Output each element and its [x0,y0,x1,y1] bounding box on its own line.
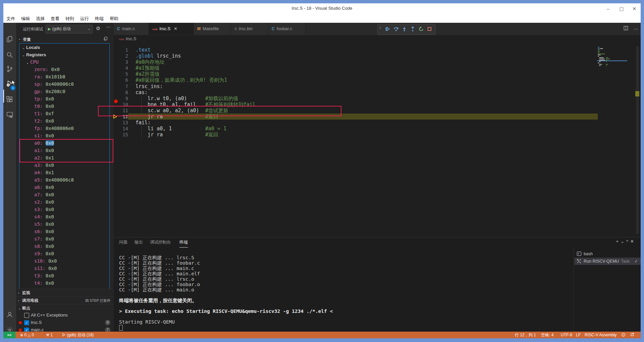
register-row[interactable]: zero: 0x0 [19,66,109,73]
breakpoint-icon[interactable] [114,99,118,103]
breakpoint-checkbox[interactable] [24,313,29,318]
tab-foobar.c[interactable]: Cfoobar.c [268,23,306,35]
chevron-down-icon[interactable]: ⌄ [621,239,626,244]
register-row[interactable]: a6: 0x0 [19,184,109,191]
encoding-status[interactable]: UTF-8 [561,332,572,338]
register-row[interactable]: s8: 0x0 [19,243,109,250]
register-row[interactable]: t2: 0x0 [19,117,109,125]
code-line-15[interactable]: 15 jr ra #返回 [114,132,603,138]
register-row[interactable]: fp: 0x408006e0 [19,125,109,132]
variables-section-header[interactable]: ⌄ 变量 [16,35,114,44]
code-line-13[interactable]: 13fail: [114,120,603,126]
tab-lrsc.S[interactable]: ASMlrsc.S✕ [149,23,194,35]
breakpoint-item[interactable]: ✓lrsc.S9 [16,319,114,326]
register-row[interactable]: s2: 0x0 [19,198,109,206]
register-row[interactable]: s11: 0x0 [19,265,109,272]
more-actions-icon[interactable]: ⋯ [634,26,638,31]
register-row[interactable]: gp: 0x208c0 [19,88,109,95]
collapse-all-icon[interactable] [103,37,108,42]
tree-group-row[interactable]: ⌄Registers [19,51,109,58]
ports-status[interactable]: ⚒ 1 [46,332,53,338]
variables-tree[interactable]: ⌄Locals⌄Registers⌄CPUzero: 0x0ra: 0x101b… [19,44,109,289]
register-row[interactable]: s7: 0x0 [19,235,109,243]
minimize-button[interactable]: – [602,5,614,13]
tab-lrsc.bin[interactable]: ≡lrsc.bin [231,23,268,35]
register-row[interactable]: s5: 0x0 [19,220,109,228]
terminal-output[interactable]: CC -[M] 正在构建 ... lrsc.SCC -[M] 正在构建 ... … [119,255,565,330]
register-row[interactable]: a0: 0x0 [19,139,109,147]
step-into-button[interactable] [400,26,408,33]
code-editor[interactable]: ASMlrsc.S 1.text2.globl lrsc_ins3#a0内存地址… [114,35,641,237]
breakpoint-checkbox[interactable]: ✓ [24,320,29,325]
monitor-icon[interactable] [3,108,16,122]
breakpoints-section-header[interactable]: ⌄断点 [16,304,114,312]
terminal-list-item-Run RISCV-QEMU[interactable]: Run RISCV-QEMUTask✓ [574,258,641,265]
code-lines[interactable]: 1.text2.globl lrsc_ins3#a0内存地址4#a1预期值5#a… [114,47,603,138]
maximize-panel-icon[interactable]: ^ [626,239,630,244]
register-row[interactable]: a3: 0x0 [19,161,109,169]
breadcrumb[interactable]: ASMlrsc.S [119,37,136,41]
register-row[interactable]: t4: 0x0 [19,279,109,287]
register-row[interactable]: t1: 0xf [19,110,109,117]
menu-item-文件[interactable]: 文件 [3,14,18,23]
tree-group-row[interactable]: ⌄Locals [19,44,109,51]
branch-icon[interactable] [3,63,16,76]
code-line-14[interactable]: 14 li a0, 1 #a0 = 1 [114,126,603,132]
close-icon[interactable]: ✕ [174,26,177,31]
minimap[interactable] [597,47,629,74]
start-debug-icon[interactable]: ▶ [48,27,51,31]
register-row[interactable]: s9: 0x0 [19,250,109,257]
register-row[interactable]: a7: 0x0 [19,191,109,198]
stop-button[interactable] [426,26,433,33]
menu-item-转到[interactable]: 转到 [62,14,77,23]
callstack-section-header[interactable]: ›调用堆栈因 STEP 已暂停 [16,296,114,304]
indentation-status[interactable]: 空格: 4 [541,332,553,338]
code-line-12[interactable]: 12 jr ra #返回 [114,114,603,120]
tab-main.c[interactable]: Cmain.c [114,23,149,35]
new-terminal-icon[interactable]: + [616,239,621,244]
code-line-1[interactable]: 1.text [114,47,603,53]
code-line-4[interactable]: 4#a1预期值 [114,65,603,71]
restart-button[interactable] [417,26,425,33]
register-row[interactable]: a5: 0x408006c8 [19,176,109,184]
code-line-2[interactable]: 2.globl lrsc_ins [114,53,603,59]
step-out-button[interactable] [409,26,416,33]
code-line-11[interactable]: 11 sc.w a0, a2, (a0) #尝试更新 [114,108,603,114]
debug-session-status[interactable]: (gdb) 启动 (18) [62,332,94,338]
menu-item-编辑[interactable]: 编辑 [18,14,33,23]
panel-tab-调试控制台[interactable]: 调试控制台 [150,237,171,247]
register-row[interactable]: a4: 0x1 [19,169,109,176]
menu-item-查看[interactable]: 查看 [48,14,62,23]
panel-tab-输出[interactable]: 输出 [135,237,143,247]
editor-scrollbar[interactable] [635,35,639,237]
remote-indicator[interactable]: >< [3,332,15,338]
tab-Makefile[interactable]: MMakefile [194,23,231,35]
menu-item-终端[interactable]: 终端 [92,14,107,23]
panel-tab-终端[interactable]: 终端 [179,237,188,248]
notifications-bell-icon[interactable] [630,332,634,338]
scrollbar-slider[interactable] [636,46,639,234]
problems-status[interactable]: ⊗ 0 △ 0 [20,332,34,338]
close-button[interactable]: ✕ [629,5,640,13]
menu-item-选择[interactable]: 选择 [33,14,48,23]
watch-section-header[interactable]: ›监视 [16,289,114,296]
register-row[interactable]: t0: 0x0 [19,102,109,110]
tree-group-row[interactable]: ⌄CPU [19,58,109,66]
more-actions-icon[interactable]: ⋯ [106,24,111,29]
panel-tab-问题[interactable]: 问题 [119,237,127,247]
code-line-6[interactable]: 6#a0返回值，如果成功，则为0! 否则为1 [114,77,603,83]
continue-button[interactable] [384,26,391,33]
register-row[interactable]: t3: 0x0 [19,272,109,279]
register-row[interactable]: s6: 0x0 [19,228,109,235]
eol-status[interactable]: LF [576,332,581,338]
language-mode-status[interactable]: RISC-V Assembly [585,332,616,338]
restore-button[interactable]: ▢ [616,5,627,13]
terminal-list-item-bash[interactable]: bash [574,250,641,258]
register-row[interactable]: s1: 0x0 [19,132,109,139]
menu-item-运行[interactable]: 运行 [77,14,92,23]
register-row[interactable]: s4: 0x0 [19,213,109,220]
launch-config-dropdown[interactable]: ▶(gdb) 启动 ⌄ [46,25,93,33]
code-line-9[interactable]: 9 lr.w t0, (a0) #加载以前的值 [114,95,603,101]
register-row[interactable]: a1: 0x0 [19,147,109,154]
debug-settings-gear-icon[interactable]: ⚙ [96,25,100,31]
